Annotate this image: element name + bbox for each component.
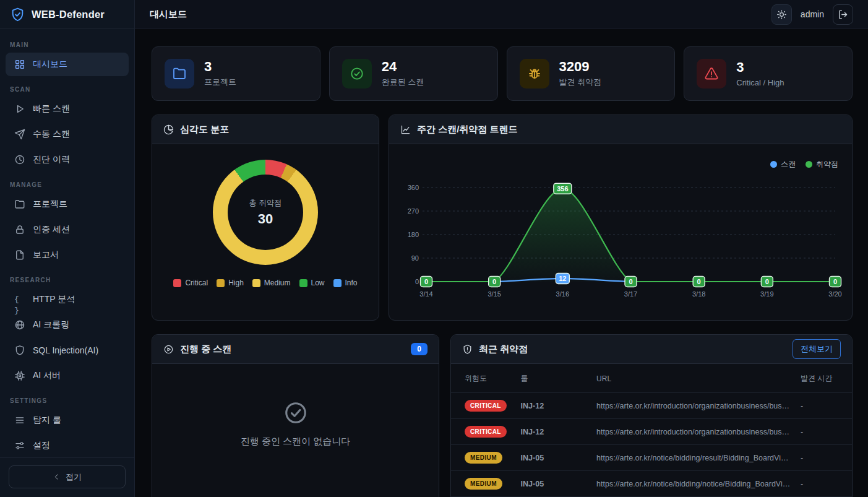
active-scans-header: 진행 중 스캔 0: [152, 335, 439, 364]
trend-line-chart: 0901802703603/143/153/163/173/183/193/20…: [389, 144, 852, 321]
sidebar-item-진단-이력[interactable]: 진단 이력: [6, 148, 129, 171]
sidebar-item-sql-injection-ai[interactable]: SQL Injection(AI): [6, 339, 129, 362]
sidebar-item-빠른-스캔[interactable]: 빠른 스캔: [6, 97, 129, 121]
collapse-sidebar-button[interactable]: 접기: [9, 465, 126, 488]
severity-donut-center: 총 취약점 30: [228, 175, 303, 250]
trend-panel: 주간 스캔/취약점 트렌드 스캔취약점 0901802703603/143/15…: [389, 115, 853, 321]
sidebar-item-label: 보고서: [33, 249, 59, 261]
sliders-icon: [14, 440, 25, 451]
svg-text:0: 0: [765, 278, 769, 285]
sidebar-item-수동-스캔[interactable]: 수동 스캔: [6, 123, 129, 146]
sidebar-item-label: 수동 스캔: [33, 129, 70, 140]
table-row[interactable]: MEDIUMINJ-05https://arte.or.kr/notice/bi…: [451, 471, 852, 497]
sidebar-item-label: 인증 세션: [33, 224, 70, 235]
trend-legend-item-취약점[interactable]: 취약점: [806, 159, 838, 170]
sidebar-item-label: HTTP 분석: [33, 294, 75, 305]
severity-badge: CRITICAL: [465, 400, 507, 412]
pie-chart-icon: [163, 124, 174, 135]
svg-text:0: 0: [629, 278, 632, 285]
time-cell: -: [796, 393, 852, 419]
table-row[interactable]: MEDIUMINJ-05https://arte.or.kr/notice/bi…: [451, 445, 852, 471]
stat-text: 24완료된 스캔: [382, 59, 424, 88]
sidebar-item-label: 탐지 룰: [33, 415, 61, 426]
legend-item-low[interactable]: Low: [299, 279, 325, 287]
severity-badge: MEDIUM: [465, 478, 502, 490]
sidebar-collapse-area: 접기: [0, 457, 134, 497]
sidebar-item-보고서[interactable]: 보고서: [6, 243, 129, 267]
play-icon: [14, 103, 25, 115]
recent-vulns-title: 최근 취약점: [479, 344, 528, 355]
legend-item-info[interactable]: Info: [333, 279, 358, 287]
sidebar-item-http-분석[interactable]: { }HTTP 분석: [6, 288, 129, 311]
header-right: admin: [771, 4, 853, 25]
logout-button[interactable]: [833, 4, 853, 25]
sidebar-item-ai-서버[interactable]: AI 서버: [6, 364, 129, 387]
stat-card-프로젝트: 3프로젝트: [152, 46, 320, 101]
legend-label: 취약점: [816, 159, 838, 170]
time-cell: -: [796, 419, 852, 445]
sidebar-item-설정[interactable]: 설정: [6, 434, 129, 457]
trend-panel-header: 주간 스캔/취약점 트렌드: [389, 115, 852, 144]
sidebar-item-label: 설정: [33, 440, 50, 451]
stat-value: 3209: [559, 59, 602, 74]
svg-text:3/19: 3/19: [760, 290, 773, 298]
view-all-button[interactable]: 전체보기: [793, 339, 841, 359]
svg-text:270: 270: [408, 207, 419, 215]
severity-cell: CRITICAL: [451, 419, 516, 445]
trend-chart: 스캔취약점 0901802703603/143/153/163/173/183/…: [389, 144, 852, 321]
severity-chart: 총 취약점 30 CriticalHighMediumLowInfo: [152, 144, 379, 321]
alert-triangle-icon: [704, 66, 719, 81]
legend-dot: [806, 161, 812, 168]
nav-section-label-scan: SCAN: [10, 86, 124, 93]
stat-card-발견-취약점: 3209발견 취약점: [507, 46, 676, 101]
legend-item-medium[interactable]: Medium: [252, 279, 291, 287]
sidebar-item-프로젝트[interactable]: 프로젝트: [6, 192, 129, 216]
sidebar-item-대시보드[interactable]: 대시보드: [6, 53, 129, 76]
legend-swatch: [217, 279, 225, 287]
nav-section-label-settings: SETTINGS: [10, 397, 124, 404]
svg-text:3/20: 3/20: [828, 290, 841, 298]
sidebar-item-label: AI 서버: [33, 370, 61, 381]
nav-section-label-research: RESEARCH: [10, 277, 124, 283]
legend-item-critical[interactable]: Critical: [173, 279, 208, 287]
app-title: WEB-Defender: [32, 9, 105, 20]
sidebar-item-인증-세션[interactable]: 인증 세션: [6, 218, 129, 241]
rule-cell: INJ-05: [516, 445, 592, 471]
sidebar-item-label: AI 크롤링: [33, 319, 69, 331]
theme-toggle-button[interactable]: [771, 4, 792, 25]
lock-icon: [14, 224, 25, 235]
charts-row: 심각도 분포 총 취약점 30 CriticalHighMediumLowInf…: [152, 115, 853, 321]
table-row[interactable]: CRITICALINJ-12https://arte.or.kr/introdu…: [451, 419, 852, 445]
globe-icon: [14, 319, 25, 331]
list-icon: [14, 415, 25, 426]
donut-center-label: 총 취약점: [249, 198, 281, 209]
vulnerabilities-table: 위험도룰URL발견 시간 CRITICALINJ-12https://arte.…: [451, 364, 852, 497]
legend-swatch: [252, 279, 260, 287]
severity-panel-header: 심각도 분포: [152, 115, 379, 144]
legend-label: Medium: [264, 279, 291, 287]
stat-label: Critical / High: [736, 78, 784, 87]
sidebar-item-label: 대시보드: [33, 59, 67, 70]
sidebar-item-label: SQL Injection(AI): [33, 345, 98, 355]
url-cell: https://arte.or.kr/introduction/organiza…: [591, 419, 796, 445]
legend-item-high[interactable]: High: [217, 279, 244, 287]
stat-value: 3: [204, 59, 236, 74]
stat-icon-box: [342, 59, 372, 89]
svg-text:0: 0: [492, 278, 496, 285]
table-row[interactable]: CRITICALINJ-12https://arte.or.kr/introdu…: [451, 393, 852, 419]
sidebar-item-ai-크롤링[interactable]: AI 크롤링: [6, 313, 129, 337]
trend-legend-item-스캔[interactable]: 스캔: [770, 159, 796, 170]
column-header-url: URL: [591, 364, 796, 393]
nav-section-label-main: MAIN: [10, 41, 124, 48]
chart-line-icon: [400, 124, 411, 135]
svg-text:3/17: 3/17: [624, 290, 637, 298]
legend-label: High: [228, 279, 244, 287]
sidebar-item-탐지-룰[interactable]: 탐지 룰: [6, 408, 129, 432]
svg-text:3/14: 3/14: [419, 290, 432, 298]
trend-legend: 스캔취약점: [770, 159, 838, 170]
rule-cell: INJ-12: [516, 393, 592, 419]
svg-text:180: 180: [408, 231, 419, 238]
url-cell: https://arte.or.kr/notice/bidding/notice…: [591, 471, 796, 497]
clock-icon: [14, 154, 25, 165]
grid-icon: [14, 59, 25, 70]
